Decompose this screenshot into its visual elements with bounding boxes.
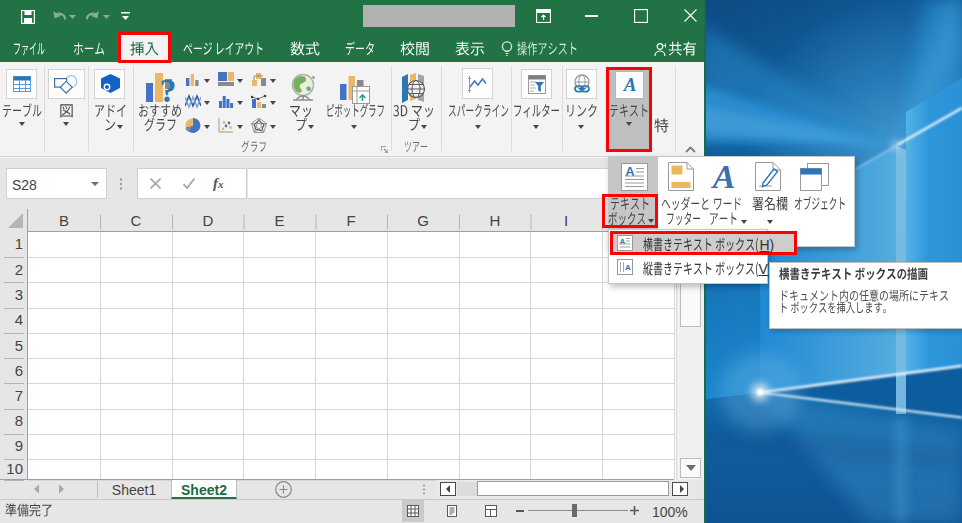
svg-text:A: A (625, 164, 635, 179)
svg-text:A: A (623, 76, 637, 94)
svg-text:?: ? (160, 72, 177, 107)
svg-text:A: A (625, 262, 631, 271)
svg-text:A: A (711, 164, 736, 191)
